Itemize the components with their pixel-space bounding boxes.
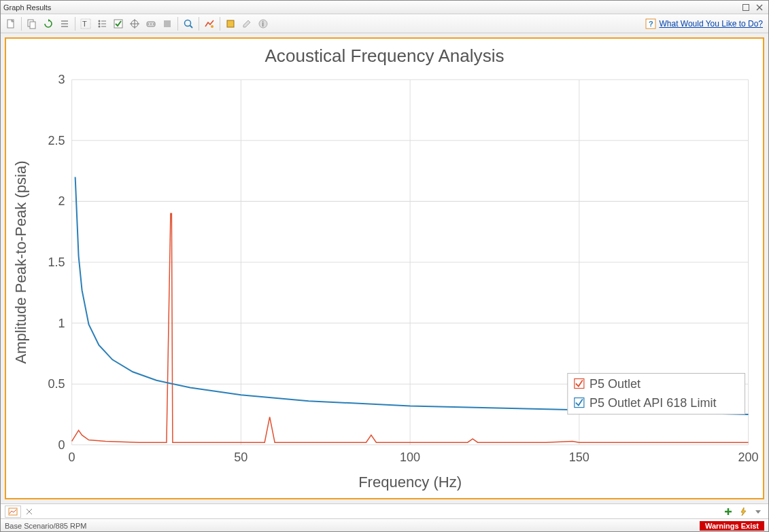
dropdown-button[interactable] [752,506,764,518]
y-tick-label: 2.5 [48,134,65,147]
y-tick-label: 0 [58,438,65,452]
warnings-badge[interactable]: Warnings Exist [700,521,764,531]
svg-marker-53 [741,508,746,516]
x-axis-label: Frequency (Hz) [358,474,462,491]
graph-tab-icon [8,508,18,516]
svg-text:?: ? [649,20,653,28]
x-tick-label: 200 [738,450,759,464]
x-tick-label: 50 [234,450,247,464]
new-icon[interactable] [3,16,18,31]
svg-text:T: T [82,20,87,28]
crosshair-icon[interactable] [127,16,142,31]
svg-point-16 [99,25,101,27]
info-icon[interactable]: i [256,16,271,31]
checkbox-icon[interactable] [111,16,126,31]
add-icon[interactable] [223,16,238,31]
tabbar [1,503,768,518]
svg-point-14 [99,22,101,24]
stop-icon[interactable] [160,16,175,31]
statusbar: Base Scenario/885 RPM Warnings Exist [1,518,768,532]
x-tick-label: 150 [569,450,589,464]
svg-rect-26 [164,20,171,27]
chart[interactable]: Acoustical Frequency Analysis00.511.522.… [6,39,763,498]
y-tick-label: 3 [58,73,65,86]
format-icon[interactable] [202,16,217,31]
chart-container: Acoustical Frequency Analysis00.511.522.… [5,37,764,499]
list-view-icon[interactable] [57,16,72,31]
svg-rect-5 [30,22,35,29]
legend-label: P5 Outlet [589,377,640,391]
svg-marker-54 [755,510,761,514]
refresh-icon[interactable] [41,16,56,31]
window-close-button[interactable] [753,3,766,12]
svg-point-29 [211,25,213,28]
svg-point-27 [185,20,191,26]
copy-icon[interactable] [24,16,39,31]
help-link-text: What Would You Like to Do? [659,19,763,29]
tab-close-button[interactable] [24,506,35,517]
svg-rect-0 [743,4,749,10]
close-icon [26,508,33,515]
svg-text:i: i [262,20,264,28]
y-tick-label: 1 [58,317,65,330]
zoom-icon[interactable] [181,16,196,31]
x-tick-label: 0 [69,450,75,464]
data-icon[interactable] [143,16,158,31]
window-title: Graph Results [3,3,51,12]
outline-list-icon[interactable] [95,16,109,31]
y-tick-label: 0.5 [48,377,65,391]
lightning-icon [738,507,748,516]
plus-icon [723,507,733,516]
y-tick-label: 1.5 [48,255,65,269]
toolbar: T i ? What Would You Like to Do? [1,14,768,33]
svg-point-12 [99,20,101,22]
scenario-text: Base Scenario/885 RPM [5,522,86,530]
text-tool-icon[interactable]: T [78,16,93,31]
x-tick-label: 100 [400,450,420,464]
y-axis-label: Amplitude Peak-to-Peak (psia) [12,160,29,363]
titlebar: Graph Results [1,1,768,14]
add-tab-button[interactable] [722,506,734,518]
chart-title: Acoustical Frequency Analysis [264,46,504,66]
lightning-button[interactable] [737,506,749,518]
edit-icon[interactable] [239,16,254,31]
svg-line-28 [190,25,193,28]
svg-rect-30 [227,20,234,27]
svg-marker-31 [243,20,250,27]
y-tick-label: 2 [58,194,65,208]
graph-tab[interactable] [5,506,21,518]
window-maximize-button[interactable] [740,3,752,12]
help-icon: ? [645,18,656,29]
help-link[interactable]: ? What Would You Like to Do? [645,18,763,29]
legend-label: P5 Outlet API 618 Limit [589,396,717,410]
chevron-down-icon [755,508,762,515]
warnings-text: Warnings Exist [705,522,759,530]
